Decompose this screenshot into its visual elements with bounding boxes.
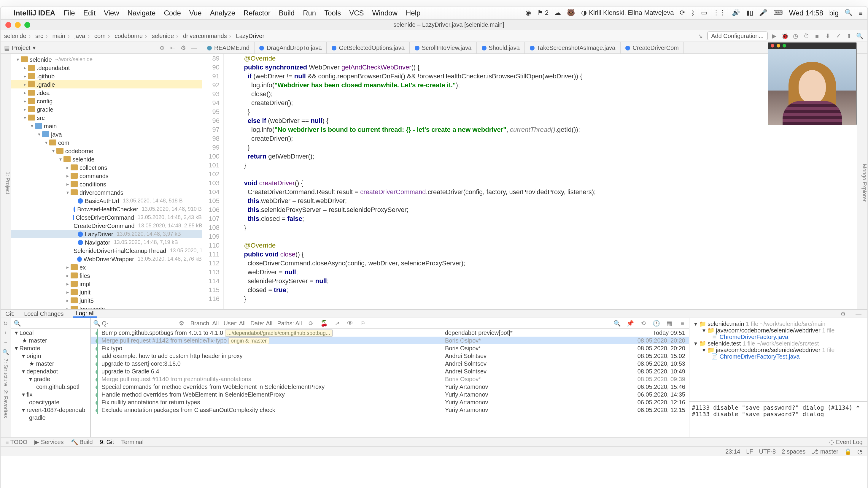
zoom-label[interactable]: big: [829, 9, 839, 17]
tool-tab[interactable]: ≡ TODO: [5, 439, 27, 445]
bluetooth-icon[interactable]: ᛒ: [691, 9, 695, 16]
breadcrumb-item[interactable]: selenide: [4, 33, 33, 39]
coverage-icon[interactable]: ◷: [792, 32, 800, 40]
chevron-icon[interactable]: ▸: [22, 98, 28, 104]
chevron-icon[interactable]: ▾: [51, 148, 56, 153]
tree-item[interactable]: ▾com: [11, 138, 202, 147]
project-pane-header[interactable]: ▤Project▾ ⊕ ⇤ ⚙ —: [1, 42, 202, 53]
tree-item[interactable]: LazyDriver13.05.2020, 14:48, 3,97 kB: [11, 230, 202, 238]
stop-icon[interactable]: ■: [813, 32, 821, 40]
maximize-window[interactable]: [24, 22, 30, 28]
vcs-commit-icon[interactable]: ✓: [834, 32, 842, 40]
menu-analyze[interactable]: Analyze: [210, 9, 235, 17]
editor-tab[interactable]: DragAndDropTo.java: [255, 42, 327, 53]
tree-item[interactable]: ▾main: [11, 122, 202, 130]
pin-icon[interactable]: 📌: [626, 319, 634, 327]
branch-item[interactable]: gradle: [11, 414, 90, 422]
commit-row[interactable]: Fix typo Boris Osipov* 08.05.2020, 20:20: [91, 344, 689, 352]
commit-row[interactable]: upgrade to assertj-core:3.16.0 Andrei So…: [91, 360, 689, 368]
filter-gear-icon[interactable]: ⚙: [177, 319, 186, 327]
refresh-icon[interactable]: ⟳: [307, 319, 315, 327]
search-icon[interactable]: 🔍: [613, 319, 621, 327]
gear-icon[interactable]: ⚙: [839, 310, 847, 318]
breadcrumb-item[interactable]: drivercommands: [183, 33, 234, 39]
hide-icon[interactable]: —: [190, 44, 198, 52]
wifi-icon[interactable]: ⋮⋮: [713, 9, 726, 17]
git-tab[interactable]: Local Changes: [22, 311, 66, 317]
chevron-icon[interactable]: ▾: [65, 190, 71, 195]
minimize-icon[interactable]: —: [855, 310, 863, 318]
project-tab[interactable]: 1: Project: [5, 172, 11, 194]
keyboard-icon[interactable]: ⌨: [773, 9, 783, 17]
branch-item[interactable]: opacitygate: [11, 398, 90, 406]
project-tree[interactable]: ▾selenide~/work/selenide▸.dependabot▸.gi…: [11, 54, 202, 309]
tree-item[interactable]: WebDriverWrapper13.05.2020, 14:48, 2,76 …: [11, 255, 202, 263]
event-log[interactable]: ◌ Event Log: [829, 439, 863, 445]
collapse-icon[interactable]: ⇤: [168, 44, 177, 52]
chevron-icon[interactable]: ▸: [65, 173, 71, 178]
tree-item[interactable]: ▸gradle: [11, 105, 202, 113]
battery-icon[interactable]: ▮▯: [746, 9, 753, 17]
history-icon[interactable]: ⟲: [639, 319, 647, 327]
sync-icon[interactable]: ⟳: [680, 9, 685, 17]
menu-edit[interactable]: Edit: [83, 9, 95, 17]
branch-item[interactable]: ▾ Local: [11, 329, 90, 337]
grid-icon[interactable]: ▦: [665, 319, 673, 327]
chevron-icon[interactable]: ▸: [22, 82, 28, 87]
branch-item[interactable]: ▾ origin: [11, 352, 90, 360]
chevron-icon[interactable]: ▸: [65, 165, 71, 170]
run-icon[interactable]: ▶: [770, 32, 778, 40]
breadcrumb-item[interactable]: main: [53, 33, 72, 39]
branch-item[interactable]: ★ master: [11, 360, 90, 368]
tree-item[interactable]: ▸conditions: [11, 180, 202, 188]
tree-item[interactable]: ▾java: [11, 130, 202, 138]
breadcrumb-item[interactable]: codeborne: [115, 33, 150, 39]
debug-icon[interactable]: 🐞: [781, 32, 789, 40]
menu-file[interactable]: File: [63, 9, 75, 17]
volume-icon[interactable]: 🔊: [732, 9, 740, 17]
chevron-icon[interactable]: ▸: [22, 65, 28, 70]
chevron-icon[interactable]: ▸: [65, 289, 71, 295]
flag-icon[interactable]: ⚐: [359, 319, 367, 327]
inspector-icon[interactable]: ◔: [857, 448, 863, 455]
code-editor[interactable]: 89 90 91 92 93 94 95 96 97 98 99 100 101…: [202, 54, 857, 309]
find-icon[interactable]: 🔍: [2, 349, 9, 355]
search-icon[interactable]: 🔍: [856, 32, 864, 40]
menu-tools[interactable]: Tools: [324, 9, 341, 17]
menu-run[interactable]: Run: [303, 9, 316, 17]
cursor-pos[interactable]: 23:14: [725, 448, 740, 455]
commit-row[interactable]: Fix nullity annotations for return types…: [91, 398, 689, 406]
commit-row[interactable]: upgrade to Gradle 6.4 Andrei Solntsev 08…: [91, 368, 689, 375]
left-tool-gutter[interactable]: 1: Project: [1, 54, 11, 309]
close-window[interactable]: [5, 22, 11, 28]
chevron-icon[interactable]: ▸: [65, 298, 71, 303]
chevron-icon[interactable]: ▾: [29, 123, 35, 128]
tree-item[interactable]: SelenideDriverFinalCleanupThread13.05.20…: [11, 247, 202, 255]
bear-icon[interactable]: 🐻: [567, 9, 575, 17]
tree-item[interactable]: ▾drivercommands: [11, 188, 202, 197]
add-icon[interactable]: +: [4, 330, 7, 336]
right-tool-gutter[interactable]: Mongo Explorer Gradle Database Ant: [857, 54, 867, 309]
breadcrumb-item[interactable]: java: [74, 33, 92, 39]
editor-tab[interactable]: ScrollIntoView.java: [410, 42, 477, 53]
chevron-icon[interactable]: ▾: [36, 132, 42, 137]
shield-icon[interactable]: ◉: [525, 9, 531, 17]
change-item[interactable]: ▾ 📁 java/com/codeborne/selenide/webdrive…: [692, 327, 865, 334]
tree-item[interactable]: ▸collections: [11, 163, 202, 172]
change-item[interactable]: 📄 ChromeDriverFactory.java: [692, 334, 865, 340]
tree-item[interactable]: BasicAuthUrl13.05.2020, 14:48, 518 B: [11, 197, 202, 205]
chevron-icon[interactable]: ▸: [65, 181, 71, 187]
tree-item[interactable]: ▸.idea: [11, 88, 202, 97]
lock-icon[interactable]: 🔒: [844, 448, 851, 455]
menu-navigate[interactable]: Navigate: [128, 9, 156, 17]
indent[interactable]: 2 spaces: [782, 448, 805, 455]
editor-tab[interactable]: Should.java: [477, 42, 525, 53]
menu-build[interactable]: Build: [279, 9, 294, 17]
mongo-tab[interactable]: Mongo Explorer: [862, 164, 867, 202]
branch-item[interactable]: ▾ fix: [11, 391, 90, 398]
favorites-tab[interactable]: 2: Favorites: [3, 390, 9, 418]
branch-item[interactable]: com.github.spotl: [11, 383, 90, 391]
tree-item[interactable]: ▸junit5: [11, 296, 202, 305]
search-icon[interactable]: 🔍: [13, 320, 21, 326]
chevron-icon[interactable]: ▸: [65, 306, 71, 309]
